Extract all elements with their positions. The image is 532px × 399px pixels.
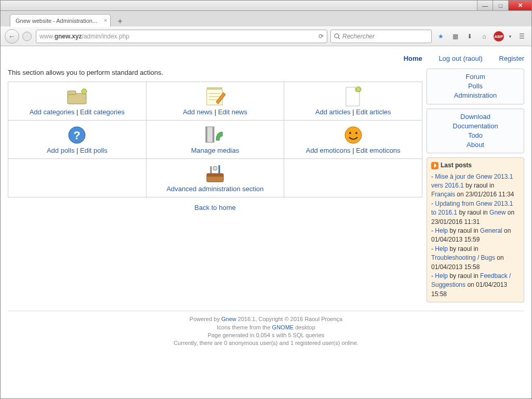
rss-item-category[interactable]: Français bbox=[431, 191, 455, 198]
rss-item-category[interactable]: Troubleshooting / Bugs bbox=[431, 254, 495, 261]
link-edit-polls[interactable]: Edit polls bbox=[80, 147, 108, 154]
document-icon bbox=[286, 85, 420, 108]
cell-news: Add news | Edit news bbox=[146, 82, 284, 121]
back-button[interactable]: ← bbox=[5, 29, 19, 44]
new-tab-button[interactable]: + bbox=[114, 16, 126, 26]
cell-categories: Add categories | Edit categories bbox=[8, 82, 147, 121]
link-add-articles[interactable]: Add articles bbox=[315, 108, 351, 116]
svg-point-19 bbox=[345, 127, 362, 143]
svg-line-1 bbox=[338, 37, 340, 39]
svg-rect-9 bbox=[207, 87, 222, 89]
cell-articles: Add articles | Edit articles bbox=[284, 82, 422, 121]
rss-item: - Updating from Gnew 2013.1 to 2016.1 by… bbox=[431, 200, 520, 227]
link-edit-articles[interactable]: Edit articles bbox=[356, 108, 391, 116]
link-advanced[interactable]: Advanced administration section bbox=[166, 185, 263, 193]
side-link-admin[interactable]: Administration bbox=[454, 91, 497, 99]
rss-box: ◗Last posts - Mise à jour de Gnew 2013.1… bbox=[427, 157, 524, 302]
cell-emoticons: Add emoticons | Edit emoticons bbox=[284, 121, 422, 159]
smiley-icon bbox=[286, 124, 420, 147]
downloads-icon[interactable]: ⬇ bbox=[464, 31, 475, 42]
link-add-news[interactable]: Add news bbox=[183, 108, 212, 116]
admin-grid: Add categories | Edit categories Add new… bbox=[8, 82, 422, 197]
svg-rect-2 bbox=[68, 94, 86, 104]
titlebar: — □ ✕ bbox=[1, 1, 531, 11]
footer-link-gnome[interactable]: GNOME bbox=[272, 324, 294, 330]
rss-item-link[interactable]: Help bbox=[435, 272, 448, 280]
footer-link-gnew[interactable]: Gnew bbox=[221, 316, 236, 322]
rss-item-category[interactable]: Gnew bbox=[489, 209, 506, 216]
rss-item: - Help by raoul in Troubleshooting / Bug… bbox=[431, 245, 520, 272]
link-edit-news[interactable]: Edit news bbox=[218, 108, 247, 116]
side-link-download[interactable]: Download bbox=[460, 113, 490, 121]
window-close-button[interactable]: ✕ bbox=[508, 1, 531, 10]
search-icon bbox=[334, 33, 340, 39]
link-add-emoticons[interactable]: Add emoticons bbox=[306, 147, 351, 154]
nav-home[interactable]: Home bbox=[404, 55, 422, 62]
cell-medias: Manage medias bbox=[146, 121, 284, 159]
home-icon[interactable]: ⌂ bbox=[478, 31, 490, 42]
intro-text: This section allows you to perform stand… bbox=[8, 69, 422, 76]
browser-toolbar: ← www.gnew.xyz/admin/index.php ⟳ Recherc… bbox=[1, 26, 531, 46]
side-link-forum[interactable]: Forum bbox=[466, 73, 485, 81]
menu-icon[interactable]: ☰ bbox=[516, 31, 527, 42]
link-back-home[interactable]: Back to home bbox=[194, 204, 236, 211]
link-add-categories[interactable]: Add categories bbox=[30, 108, 75, 116]
link-manage-medias[interactable]: Manage medias bbox=[191, 147, 240, 154]
rss-item: - Help by raoul in Feedback / Suggestion… bbox=[431, 272, 520, 299]
svg-rect-17 bbox=[206, 127, 207, 142]
media-icon bbox=[149, 124, 282, 147]
svg-point-4 bbox=[82, 89, 87, 94]
side-link-todo[interactable]: Todo bbox=[468, 131, 483, 139]
footer-l3: Page generated in 0.054 s with 5 SQL que… bbox=[208, 332, 325, 338]
site-identity-icon[interactable] bbox=[22, 32, 32, 41]
svg-rect-3 bbox=[68, 91, 76, 95]
side-link-polls[interactable]: Polls bbox=[468, 82, 483, 90]
link-edit-emoticons[interactable]: Edit emoticons bbox=[356, 147, 400, 154]
rss-title: Last posts bbox=[441, 161, 472, 170]
tab-close-icon[interactable]: × bbox=[104, 17, 107, 23]
rss-item-link[interactable]: Help bbox=[435, 245, 448, 252]
nav-logout[interactable]: Log out (raoul) bbox=[438, 55, 483, 62]
svg-text:?: ? bbox=[74, 129, 81, 142]
rss-item-category[interactable]: General bbox=[480, 227, 502, 234]
link-edit-categories[interactable]: Edit categories bbox=[80, 108, 125, 116]
cell-advanced: Advanced administration section bbox=[146, 159, 284, 197]
svg-point-21 bbox=[355, 132, 357, 134]
bookmark-star-icon[interactable]: ★ bbox=[435, 31, 446, 42]
browser-window: — □ ✕ Gnew website - Administration... ×… bbox=[0, 0, 532, 399]
url-path: /admin/index.php bbox=[82, 33, 129, 40]
side-link-about[interactable]: About bbox=[467, 141, 484, 149]
footer: Powered by Gnew 2016.1, Copyright © 2016… bbox=[8, 311, 524, 348]
window-minimize-button[interactable]: — bbox=[477, 1, 493, 10]
rss-icon[interactable]: ◗ bbox=[431, 162, 438, 169]
side-link-doc[interactable]: Documentation bbox=[453, 122, 498, 130]
footer-l2b: desktop bbox=[294, 324, 315, 330]
search-bar[interactable]: Rechercher bbox=[330, 30, 432, 43]
url-bar[interactable]: www.gnew.xyz/admin/index.php ⟳ bbox=[36, 30, 327, 43]
window-maximize-button[interactable]: □ bbox=[493, 1, 508, 10]
footer-l4: Currently, there are 0 anonymous user(s)… bbox=[174, 340, 358, 346]
nav-register[interactable]: Register bbox=[499, 55, 524, 62]
svg-point-13 bbox=[356, 87, 361, 92]
reload-icon[interactable]: ⟳ bbox=[318, 33, 324, 40]
svg-point-0 bbox=[335, 34, 339, 38]
tab-title: Gnew website - Administration... bbox=[16, 18, 97, 24]
link-add-polls[interactable]: Add polls bbox=[47, 147, 74, 154]
rss-item-link[interactable]: Help bbox=[435, 227, 448, 234]
top-nav: Home Log out (raoul) Register bbox=[8, 51, 524, 65]
search-placeholder: Rechercher bbox=[342, 33, 375, 40]
notepad-icon bbox=[149, 85, 282, 108]
rss-item: - Help by raoul in General on 01/04/2013… bbox=[431, 227, 520, 245]
abp-icon[interactable]: ABP bbox=[493, 31, 504, 42]
toolbox-icon bbox=[149, 162, 282, 185]
svg-point-20 bbox=[349, 132, 351, 134]
browser-tab[interactable]: Gnew website - Administration... × bbox=[10, 14, 111, 26]
library-icon[interactable]: ▦ bbox=[449, 31, 461, 42]
abp-dropdown-icon[interactable]: ▼ bbox=[508, 31, 513, 42]
sidebox-main: Forum Polls Administration bbox=[427, 69, 524, 104]
url-host: gnew.xyz bbox=[55, 33, 82, 40]
rss-item: - Mise à jour de Gnew 2013.1 vers 2016.1… bbox=[431, 172, 520, 200]
cell-polls: ? Add polls | Edit polls bbox=[8, 121, 147, 159]
svg-rect-23 bbox=[207, 174, 223, 177]
svg-point-25 bbox=[213, 166, 217, 170]
